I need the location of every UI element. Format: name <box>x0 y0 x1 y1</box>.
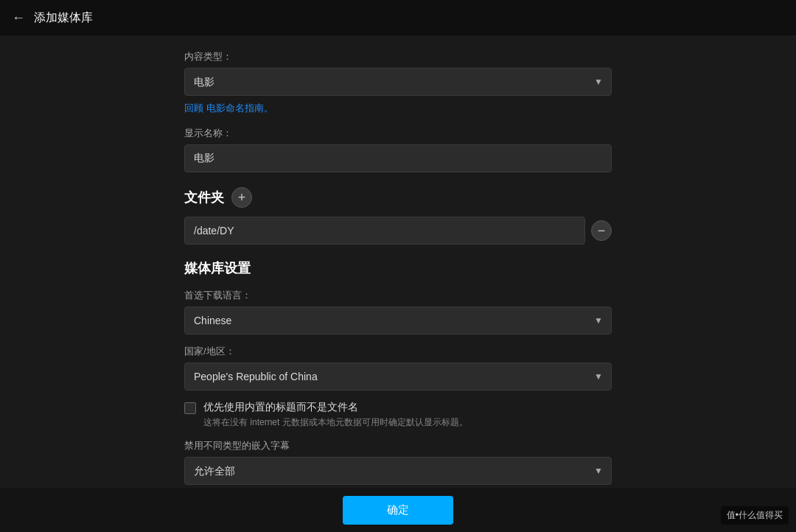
remove-folder-button[interactable]: − <box>591 220 612 241</box>
country-select-wrapper: People's Republic of China United States… <box>184 363 612 391</box>
content-type-group: 内容类型： 电影 电视节目 音乐 照片 ▼ 回顾 电影命名指南。 <box>184 50 612 115</box>
display-name-label: 显示名称： <box>184 127 612 140</box>
content-type-select[interactable]: 电影 电视节目 音乐 照片 <box>184 68 612 96</box>
builtin-title-label: 优先使用内置的标题而不是文件名 <box>203 401 468 414</box>
country-label: 国家/地区： <box>184 345 612 358</box>
confirm-button[interactable]: 确定 <box>343 496 453 525</box>
builtin-title-desc: 这将在没有 internet 元数据或本地元数据可用时确定默认显示标题。 <box>203 416 468 429</box>
display-name-group: 显示名称： <box>184 127 612 172</box>
watermark-text: 值•什么值得买 <box>727 510 783 520</box>
builtin-title-checkbox[interactable] <box>184 402 196 414</box>
back-button[interactable]: ← <box>12 10 25 26</box>
naming-guide-link[interactable]: 回顾 电影命名指南。 <box>184 102 612 115</box>
country-select[interactable]: People's Republic of China United States… <box>184 363 612 391</box>
folder-path-input[interactable] <box>184 217 585 245</box>
country-group: 国家/地区： People's Republic of China United… <box>184 345 612 391</box>
bottom-bar: 确定 <box>0 488 796 532</box>
folder-row: − <box>184 217 612 245</box>
watermark: 值•什么值得买 <box>721 506 789 525</box>
preferred-language-select[interactable]: Chinese English Japanese Korean <box>184 307 612 335</box>
folder-section-title: 文件夹 <box>184 189 224 206</box>
top-bar: ← 添加媒体库 <box>0 0 796 35</box>
add-folder-button[interactable]: + <box>231 187 252 208</box>
content-type-select-wrapper: 电影 电视节目 音乐 照片 ▼ <box>184 68 612 96</box>
preferred-language-select-wrapper: Chinese English Japanese Korean ▼ <box>184 307 612 335</box>
subtitle-embed-select[interactable]: 允许全部 仅外部 禁止全部 <box>184 457 612 485</box>
main-content: 内容类型： 电影 电视节目 音乐 照片 ▼ 回顾 电影命名指南。 显示名称： 文… <box>0 35 796 488</box>
display-name-input[interactable] <box>184 144 612 172</box>
preferred-language-group: 首选下载语言： Chinese English Japanese Korean … <box>184 289 612 335</box>
subtitle-embed-label: 禁用不同类型的嵌入字幕 <box>184 439 612 452</box>
subtitle-embed-select-wrapper: 允许全部 仅外部 禁止全部 ▼ <box>184 457 612 485</box>
subtitle-embed-group: 禁用不同类型的嵌入字幕 允许全部 仅外部 禁止全部 ▼ 禁用媒体容器中封装的字幕… <box>184 439 612 488</box>
media-settings-title: 媒体库设置 <box>184 259 612 277</box>
content-type-label: 内容类型： <box>184 50 612 63</box>
folder-header: 文件夹 + <box>184 187 612 208</box>
builtin-title-checkbox-row: 优先使用内置的标题而不是文件名 这将在没有 internet 元数据或本地元数据… <box>184 401 612 429</box>
builtin-title-label-group: 优先使用内置的标题而不是文件名 这将在没有 internet 元数据或本地元数据… <box>203 401 468 429</box>
preferred-language-label: 首选下载语言： <box>184 289 612 302</box>
page-title: 添加媒体库 <box>34 10 93 26</box>
